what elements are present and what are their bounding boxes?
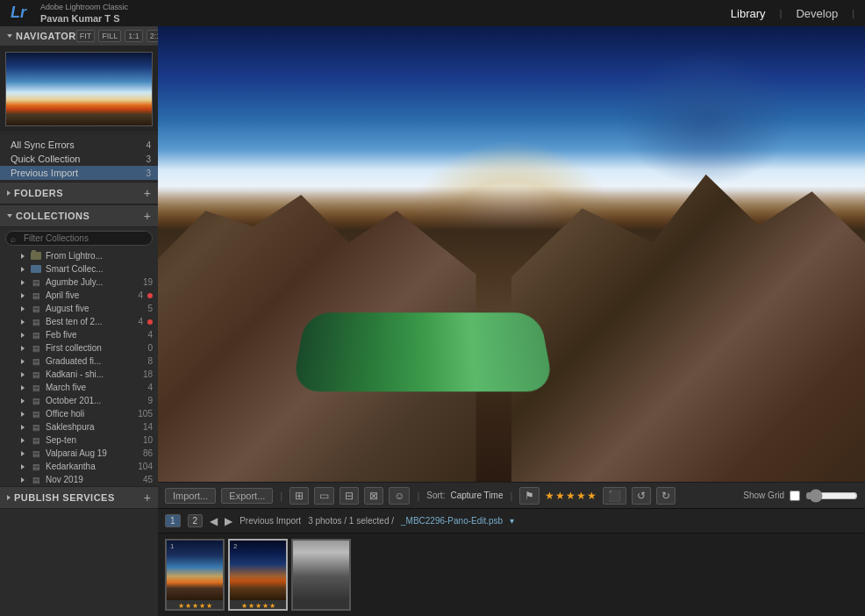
navigator-panel-header[interactable]: Navigator FIT FILL 1:1 2:1 — [0, 26, 158, 47]
fit-btn[interactable]: FIT — [76, 30, 96, 42]
compare-view-btn[interactable]: ⊟ — [340, 487, 359, 505]
canyon-panorama — [158, 26, 865, 482]
rotate-left-btn[interactable]: ↺ — [632, 487, 651, 505]
catalog-all-sync-errors[interactable]: All Sync Errors 4 — [0, 138, 158, 152]
collection-item-kadkani[interactable]: ▤ Kadkani - shi... 18 — [0, 368, 158, 381]
collection-icon: ▤ — [30, 370, 42, 379]
collection-item-graduated[interactable]: ▤ Graduated fi... 8 — [0, 355, 158, 368]
filmstrip-thumb-3[interactable]: 3 — [291, 539, 351, 611]
catalog-quick-collection[interactable]: Quick Collection 3 — [0, 152, 158, 166]
flag-btn[interactable]: ⚑ — [519, 487, 540, 505]
navigator-thumbnail — [0, 47, 158, 132]
fill-btn[interactable]: FILL — [98, 30, 121, 42]
collection-icon: ▤ — [30, 344, 42, 353]
page-2-btn[interactable]: 2 — [188, 514, 204, 527]
thumb-1-stars: ★ ★ ★ ★ ★ — [178, 602, 212, 610]
sort-label: Sort: — [426, 491, 445, 500]
nav-develop[interactable]: Develop — [796, 7, 838, 20]
show-grid-checkbox[interactable] — [790, 491, 800, 501]
collection-icon: ▤ — [30, 304, 42, 313]
main-layout: Navigator FIT FILL 1:1 2:1 All Sync Erro… — [0, 26, 865, 616]
collection-item-august-five[interactable]: ▤ August five 5 — [0, 302, 158, 315]
collections-panel-header[interactable]: Collections + — [0, 204, 158, 227]
filmstrip-bar: 1 2 ◀ ▶ Previous Import 3 photos / 1 sel… — [158, 508, 865, 533]
main-image-area — [158, 26, 865, 482]
catalog-previous-import[interactable]: Previous Import 3 — [0, 166, 158, 180]
filename-dropdown[interactable]: ▾ — [510, 516, 514, 526]
thumb-2-stars: ★ ★ ★ ★ ★ — [241, 602, 275, 610]
collection-item-march-five[interactable]: ▤ March five 4 — [0, 381, 158, 394]
left-panel: Navigator FIT FILL 1:1 2:1 All Sync Erro… — [0, 26, 158, 616]
people-view-btn[interactable]: ☺ — [389, 487, 410, 505]
blue-cloud — [618, 49, 795, 186]
nav-library[interactable]: Library — [731, 7, 766, 20]
color-label-btn[interactable]: ⬛ — [603, 487, 626, 505]
red-dot — [147, 293, 153, 298]
zoom-slider[interactable] — [805, 489, 858, 503]
collection-item-nov2019[interactable]: ▤ Nov 2019 45 — [0, 473, 158, 486]
star-rating[interactable]: ★★★★★ — [545, 490, 597, 502]
collection-icon: ▤ — [30, 449, 42, 458]
collection-icon: ▤ — [30, 436, 42, 445]
collections-list: From Lightro... Smart Collec... ▤ Agumbe… — [0, 249, 158, 486]
collection-item-valparai[interactable]: ▤ Valparai Aug 19 86 — [0, 447, 158, 460]
topbar-left: Lr Adobe Lightroom Classic Pavan Kumar T… — [11, 2, 128, 25]
user-name: Pavan Kumar T S — [40, 12, 128, 25]
red-dot2 — [147, 319, 153, 325]
grid-view-btn[interactable]: ⊞ — [290, 487, 309, 505]
collection-item-agumbe[interactable]: ▤ Agumbe July... 19 — [0, 276, 158, 289]
collections-add-icon[interactable]: + — [144, 209, 151, 223]
filmstrip-filename[interactable]: _MBC2296-Pano-Edit.psb — [401, 516, 503, 526]
collection-item-first-collection[interactable]: ▤ First collection 0 — [0, 341, 158, 355]
collection-item-from-lightroom[interactable]: From Lightro... — [0, 249, 158, 262]
catalog-section: All Sync Errors 4 Quick Collection 3 Pre… — [0, 136, 158, 182]
filmstrip-forward-btn[interactable]: ▶ — [225, 515, 232, 527]
collections-search-input[interactable] — [5, 231, 153, 246]
collection-icon: ▤ — [30, 357, 42, 366]
filmstrip-thumb-2[interactable]: 2 ★ ★ ★ ★ ★ — [228, 539, 288, 611]
folders-section: Folders + — [0, 182, 158, 204]
collection-icon: ▤ — [30, 383, 42, 392]
sort-value[interactable]: Capture Time — [450, 491, 503, 500]
collection-item-sep-ten[interactable]: ▤ Sep-ten 10 — [0, 433, 158, 447]
filmstrip-thumb-1[interactable]: 1 ★ ★ ★ ★ ★ — [165, 539, 225, 611]
collection-icon: ▤ — [30, 278, 42, 287]
folders-chevron — [7, 190, 11, 196]
collection-item-october[interactable]: ▤ October 201... 9 — [0, 394, 158, 407]
navigator-chevron — [7, 34, 12, 38]
collection-item-kedarkantha[interactable]: ▤ Kedarkantha 104 — [0, 460, 158, 473]
show-grid-label: Show Grid — [743, 491, 784, 500]
collection-item-office-holi[interactable]: ▤ Office holi 105 — [0, 407, 158, 420]
folders-label: Folders — [14, 188, 63, 198]
thumb-image-2 — [230, 541, 286, 600]
publish-add-icon[interactable]: + — [144, 491, 151, 505]
collection-icon: ▤ — [30, 397, 42, 405]
collection-icon: ▤ — [30, 331, 42, 340]
publish-panel-header[interactable]: Publish Services + — [0, 486, 158, 509]
collection-icon: ▤ — [30, 410, 42, 419]
collection-item-feb-five[interactable]: ▤ Feb five 4 — [0, 328, 158, 341]
folders-panel-header[interactable]: Folders + — [0, 182, 158, 204]
loupe-view-btn[interactable]: ▭ — [314, 487, 334, 505]
import-button[interactable]: Import... — [165, 488, 216, 504]
bottom-toolbar: Import... Export... | ⊞ ▭ ⊟ ⊠ ☺ | Sort: … — [158, 482, 865, 508]
thumb-image-3 — [293, 541, 349, 600]
publish-services-section: Publish Services + — [0, 486, 158, 509]
rotate-right-btn[interactable]: ↻ — [656, 487, 676, 505]
navigator-controls: FIT FILL 1:1 2:1 — [76, 30, 158, 42]
collection-item-april-five[interactable]: ▤ April five 4 — [0, 289, 158, 302]
publish-label: Publish Services — [14, 492, 115, 503]
export-button[interactable]: Export... — [221, 488, 273, 504]
collection-item-smart[interactable]: Smart Collec... — [0, 262, 158, 276]
two-one-btn[interactable]: 2:1 — [147, 30, 158, 42]
filmstrip-back-btn[interactable]: ◀ — [210, 515, 218, 527]
survey-view-btn[interactable]: ⊠ — [364, 487, 383, 505]
nav-separator2: | — [852, 8, 854, 18]
river — [291, 312, 554, 392]
folders-add-icon[interactable]: + — [144, 186, 151, 200]
one-one-btn[interactable]: 1:1 — [125, 30, 143, 42]
collection-item-sakleshpura[interactable]: ▤ Sakleshpura 14 — [0, 420, 158, 433]
publish-chevron — [7, 495, 11, 500]
collection-item-best-ten[interactable]: ▤ Best ten of 2... 4 — [0, 315, 158, 328]
page-1-btn[interactable]: 1 — [165, 514, 181, 527]
